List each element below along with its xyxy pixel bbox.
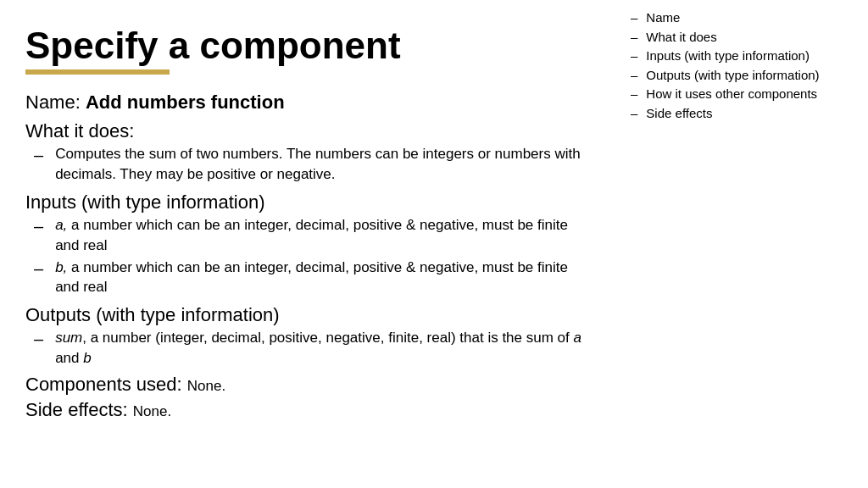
sidebar-item: – What it does <box>631 28 851 47</box>
name-section: Name: Add numbers function <box>25 92 585 114</box>
page-title: Specify a component <box>25 25 585 66</box>
sidebar-item-label: Inputs (with type information) <box>646 47 810 66</box>
outputs-list: – sum, a number (integer, decimal, posit… <box>25 328 585 369</box>
sidebar-item-label: Outputs (with type information) <box>646 66 819 86</box>
inputs-heading: Inputs (with type information) <box>25 191 585 214</box>
list-item: – Computes the sum of two numbers. The n… <box>25 144 585 185</box>
sidebar-item: – How it uses other components <box>631 85 851 104</box>
input-b-italic: b, <box>55 259 67 275</box>
what-it-does-list: – Computes the sum of two numbers. The n… <box>25 144 585 185</box>
outputs-section: Outputs (with type information) – sum, a… <box>25 304 585 369</box>
components-used-section: Components used: None. <box>25 374 585 396</box>
dash-icon: – <box>631 8 637 28</box>
output-a-italic: a <box>573 330 581 346</box>
title-underline <box>25 69 170 75</box>
what-it-does-text: Computes the sum of two numbers. The num… <box>55 144 585 185</box>
sidebar-item-label: Side effects <box>646 104 712 124</box>
dash-icon: – <box>631 104 637 124</box>
dash-icon: – <box>631 66 637 86</box>
input-a-italic: a, <box>55 217 67 233</box>
components-used-label: Components used: <box>25 374 182 395</box>
sidebar-list: – Name – What it does – Inputs (with typ… <box>631 8 851 123</box>
sidebar-item-label: Name <box>646 8 680 28</box>
dash-icon: – <box>34 144 43 166</box>
inputs-list: – a, a number which can be an integer, d… <box>25 215 585 297</box>
dash-icon: – <box>34 215 43 237</box>
input-b-text: b, a number which can be an integer, dec… <box>55 258 585 298</box>
output-sum-text: sum, a number (integer, decimal, positiv… <box>55 328 585 369</box>
sidebar-item: – Inputs (with type information) <box>631 47 851 66</box>
inputs-section: Inputs (with type information) – a, a nu… <box>25 191 585 297</box>
what-it-does-section: What it does: – Computes the sum of two … <box>25 120 585 185</box>
dash-icon: – <box>631 85 637 104</box>
what-it-does-heading: What it does: <box>25 120 585 142</box>
sidebar-item-label: How it uses other components <box>646 85 817 104</box>
side-effects-section: Side effects: None. <box>25 399 585 421</box>
list-item: – a, a number which can be an integer, d… <box>25 215 585 256</box>
sidebar-item-label: What it does <box>646 28 716 47</box>
list-item: – b, a number which can be an integer, d… <box>25 258 585 298</box>
main-content: Specify a component Name: Add numbers fu… <box>0 0 610 438</box>
name-label: Name: <box>25 92 81 113</box>
name-line: Name: Add numbers function <box>25 92 585 114</box>
side-effects-value: None. <box>133 403 171 419</box>
sidebar-item: – Outputs (with type information) <box>631 66 851 86</box>
outputs-heading: Outputs (with type information) <box>25 304 585 326</box>
dash-icon: – <box>34 258 43 280</box>
sidebar-item: – Name <box>631 8 851 28</box>
name-value: Add numbers function <box>86 92 285 113</box>
components-used-value: None. <box>187 378 225 394</box>
dash-icon: – <box>631 47 637 66</box>
input-a-text: a, a number which can be an integer, dec… <box>55 215 585 256</box>
sidebar: – Name – What it does – Inputs (with typ… <box>622 0 868 131</box>
title-section: Specify a component <box>25 25 585 75</box>
output-b-italic: b <box>83 350 91 366</box>
dash-icon: – <box>631 28 637 47</box>
sidebar-item: – Side effects <box>631 104 851 124</box>
dash-icon: – <box>34 328 43 350</box>
side-effects-label: Side effects: <box>25 399 128 420</box>
list-item: – sum, a number (integer, decimal, posit… <box>25 328 585 369</box>
output-sum-italic: sum <box>55 330 82 346</box>
